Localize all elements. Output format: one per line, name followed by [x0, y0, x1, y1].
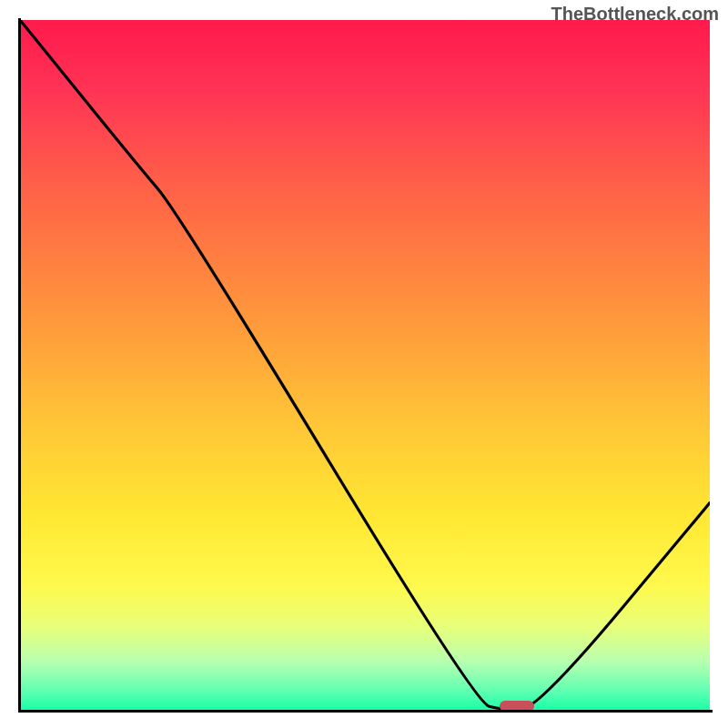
plot-area — [20, 20, 710, 710]
optimal-marker — [500, 701, 534, 712]
chart-container: TheBottleneck.com — [0, 0, 728, 728]
watermark-text: TheBottleneck.com — [551, 4, 719, 25]
